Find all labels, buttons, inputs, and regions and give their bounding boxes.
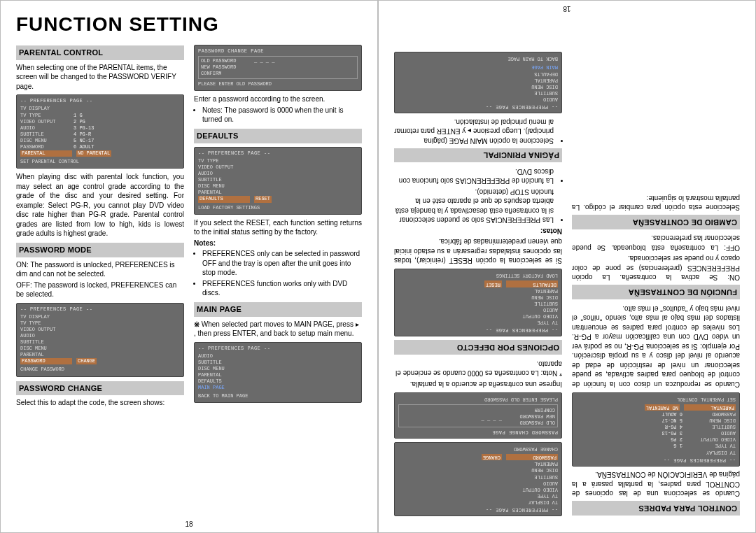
pwmode-off: OFF: The password is locked, PREFERENCES…	[16, 280, 184, 299]
osd-preferences-parental: -- PREFERENCES PAGE -- TV DISPLAY TV TYP…	[16, 94, 184, 169]
left-column-1: PARENTAL CONTROL When selecting one of t…	[16, 41, 184, 409]
section-password-mode: PASSWORD MODE	[16, 243, 184, 257]
fcon-off: OFF: La contraseña está bloqueada. Se pu…	[572, 234, 740, 253]
fcon-on: ON: Se activa la contraseña. La opción P…	[572, 254, 740, 283]
pwmode-on: ON: The password is unlocked, PREFERENCE…	[16, 260, 184, 279]
note-default-pw: Notes: The password is 0000 when the uni…	[202, 106, 362, 125]
manual-page-right-rotated: CONTROL PARA PADRES Cuando se selecciona…	[378, 0, 756, 533]
parental-intro: When selecting one of the PARENTAL items…	[16, 63, 184, 92]
opdef-body: Si se selecciona la opción RESET (reinic…	[394, 237, 562, 266]
note-pref-dvd: PREFERENCES function works only with DVD…	[202, 279, 362, 298]
osd-es-defaults: -- PREFERENCES PAGE -- TV TYPE VIDEO OUT…	[394, 269, 562, 336]
cambio-nota: * Nota: La contraseña es 0000 cuando se …	[394, 359, 562, 378]
page-number-right: 18	[379, 5, 755, 13]
section-opciones-defecto: OPCIONES POR DEFECTO	[394, 340, 562, 355]
page-number-left: 18	[1, 520, 377, 528]
osd-defaults: -- PREFERENCES PAGE -- TV TYPE VIDEO OUT…	[194, 147, 362, 215]
osd-es-pwchange: PASSWORD CHANGE PAGE OLD PASSWORD_ _ _ _…	[394, 392, 562, 439]
note-pref-select: PREFERENCES only can be selected in pass…	[202, 249, 362, 278]
cpp-intro: Cuando se selecciona una de las opciones…	[572, 470, 740, 499]
right-column-2: -- PREFERENCES PAGE -- TV DISPLAY TV TYP…	[394, 48, 562, 520]
osd-preferences-password: -- PREFERENCES PAGE -- TV DISPLAY TV TYP…	[16, 303, 184, 377]
section-parental-control: PARENTAL CONTROL	[16, 45, 184, 60]
cpp-body: Cuando se reproduzca un disco con la fun…	[572, 304, 740, 389]
right-column-1: CONTROL PARA PADRES Cuando se selecciona…	[572, 48, 740, 520]
osd-es-mainpage: -- PREFERENCES PAGE -- AUDIO SUBTITLE DI…	[394, 52, 562, 113]
mainpage-body: ※ When selected part moves to MAIN PAGE,…	[194, 320, 362, 339]
defaults-body: If you select the RESET, each function s…	[194, 218, 362, 237]
pwchange-body: Select this to adapt the code, the scree…	[16, 398, 184, 408]
section-defaults: DEFAULTS	[194, 129, 362, 143]
left-column-2: PASSWORD CHANGE PAGE OLD PASSWORD_ _ _ _…	[194, 41, 362, 409]
nota-pref-select: Las PREFERENCIAS solo se pueden seleccio…	[394, 187, 554, 225]
section-pagina-principal: PÁGINA PRINCIPAL	[394, 148, 562, 163]
section-cambio-contrasena: CAMBIO DE CONTRASEÑA	[572, 215, 740, 229]
section-control-padres: CONTROL PARA PADRES	[572, 501, 740, 516]
cambio-body: Seleccione esta opción para cambiar el c…	[572, 193, 740, 212]
enter-password-text: Enter a password according to the screen…	[194, 94, 362, 104]
osd-main-page: -- PREFERENCES PAGE -- AUDIO SUBTITLE DI…	[194, 342, 362, 404]
pp-body: Seleccione la opción MAIN PAGE (página p…	[394, 117, 554, 145]
notes-label: Notes:	[194, 239, 362, 248]
section-main-page: MAIN PAGE	[194, 302, 362, 317]
section-funcion-contrasena: FUNCIÓN DE CONTRASEÑA	[572, 285, 740, 299]
osd-es-password: -- PREFERENCES PAGE -- TV DISPLAY TV TYP…	[394, 442, 562, 516]
nota-pref-dvd: La función de PREFERENCIAS solo funciona…	[394, 166, 554, 185]
osd-es-parental: -- PREFERENCES PAGE -- TV DISPLAY TV TYP…	[572, 392, 740, 467]
parental-body: When playing disc with parental lock fun…	[16, 172, 184, 239]
osd-password-change-page: PASSWORD CHANGE PAGE OLD PASSWORD_ _ _ _…	[194, 45, 362, 91]
cambio-body2: Ingrese una contraseña de acuerdo a la p…	[394, 379, 562, 389]
notas-label: Notas:	[394, 226, 562, 236]
section-password-change: PASSWORD CHANGE	[16, 381, 184, 396]
page-title: FUNCTION SETTING	[16, 13, 362, 36]
manual-page-left: FUNCTION SETTING PARENTAL CONTROL When s…	[0, 0, 378, 533]
